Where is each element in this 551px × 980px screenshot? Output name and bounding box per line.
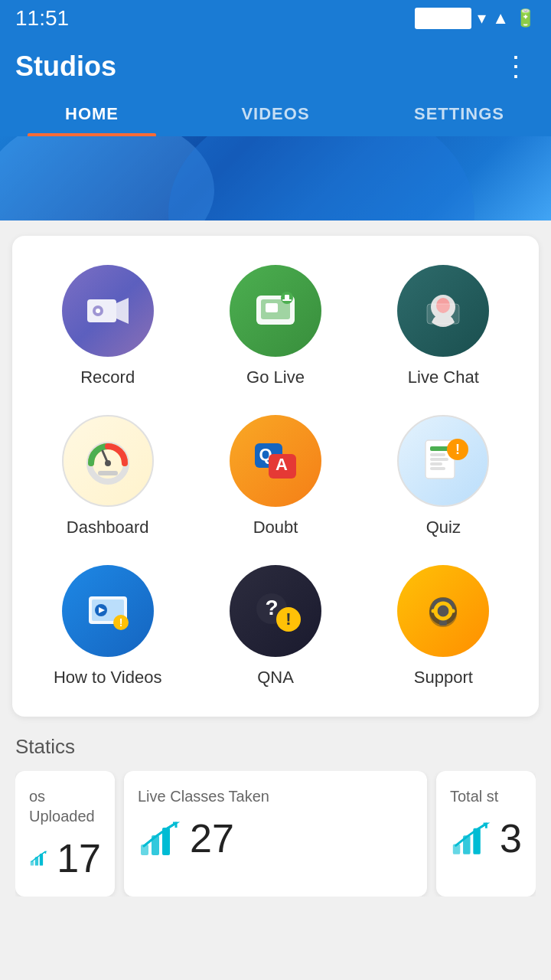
quiz-icon-circle: ! [397,415,489,507]
svg-rect-24 [430,458,448,461]
features-grid: Record Go Live [28,259,523,694]
support-icon [416,584,470,638]
doubt-icon-circle: Q A [230,415,321,507]
livechat-icon [416,284,470,338]
grid-item-support[interactable]: Support [364,559,523,694]
volte-icon: VoLTE [415,8,471,29]
doubt-label: Doubt [253,518,298,537]
quiz-icon: ! [416,434,470,488]
grid-item-dashboard[interactable]: Dashboard [28,409,187,544]
svg-text:?: ? [265,596,278,619]
grid-item-livechat[interactable]: Live Chat [364,259,523,394]
howto-icon-circle: ! [62,565,154,657]
howto-icon: ! [81,584,135,638]
golive-label: Go Live [246,368,305,387]
banner [0,136,551,220]
battery-icon: 🔋 [515,8,536,28]
svg-rect-23 [430,453,445,456]
svg-text:!: ! [455,442,460,457]
dashboard-icon [81,434,135,488]
record-label: Record [80,368,135,387]
tab-settings[interactable]: SETTINGS [367,92,551,136]
svg-text:A: A [276,455,288,474]
grid-item-quiz[interactable]: ! Quiz [364,409,523,544]
quiz-label: Quiz [426,518,461,537]
qna-label: QNA [257,668,294,688]
svg-rect-26 [430,467,445,470]
support-label: Support [414,668,473,688]
signal-icon: ▲ [492,8,509,28]
svg-rect-9 [282,299,292,301]
stat-uploaded-chart [29,837,47,880]
svg-point-3 [96,309,100,313]
golive-icon-circle [230,265,321,357]
statics-title: Statics [15,735,536,759]
dashboard-icon-circle [62,415,154,507]
header: Studios ⋮ [0,37,551,86]
svg-rect-25 [430,462,442,466]
svg-rect-16 [98,471,118,475]
main-content: Record Go Live [0,220,551,912]
record-icon [81,284,135,338]
svg-marker-1 [116,298,129,324]
stat-uploaded-content: 17 [29,835,101,881]
svg-rect-6 [266,303,278,312]
stat-liveclasses-content: 27 [138,815,413,861]
wifi-icon: ▾ [478,8,486,28]
stat-totalst-title: Total st [450,786,522,806]
status-icons: VoLTE ▾ ▲ 🔋 [415,8,536,29]
stat-card-uploaded: os Uploaded 17 [15,771,115,897]
grid-item-record[interactable]: Record [28,259,187,394]
qna-icon-circle: ? ! [230,565,321,657]
features-grid-card: Record Go Live [12,236,539,717]
qna-icon: ? ! [249,584,302,638]
grid-item-golive[interactable]: Go Live [195,259,355,394]
stat-totalst-value: 3 [500,815,522,861]
stat-liveclasses-title: Live Classes Taken [138,786,413,806]
dashboard-label: Dashboard [67,518,149,537]
svg-point-15 [105,460,111,466]
tab-bar: HOME VIDEOS SETTINGS [0,86,551,136]
stat-totalst-chart [450,817,491,860]
golive-icon [249,284,302,338]
doubt-icon: Q A [249,434,302,488]
svg-rect-12 [427,304,459,324]
support-icon-circle [397,565,489,657]
howto-label: How to Videos [54,668,161,688]
livechat-icon-circle [397,265,489,357]
more-menu-button[interactable]: ⋮ [496,47,536,86]
record-icon-circle [62,265,154,357]
svg-rect-41 [439,621,447,626]
stat-liveclasses-value: 27 [190,815,234,861]
svg-text:!: ! [119,616,122,629]
stat-card-totalst: Total st 3 [436,771,536,897]
stat-uploaded-title: os Uploaded [29,786,101,826]
stat-uploaded-value: 17 [57,835,101,881]
svg-text:!: ! [285,609,291,629]
status-bar: 11:51 VoLTE ▾ ▲ 🔋 [0,0,551,37]
stat-totalst-content: 3 [450,815,522,861]
stat-liveclasses-chart [138,817,181,860]
stat-card-liveclasses: Live Classes Taken 27 [124,771,427,897]
grid-item-qna[interactable]: ? ! QNA [195,559,355,694]
statics-cards: os Uploaded 17 Live Classes Taken [15,771,536,897]
livechat-label: Live Chat [408,368,479,387]
grid-item-doubt[interactable]: Q A Doubt [195,409,355,544]
statics-section: Statics os Uploaded 17 [12,735,539,897]
tab-videos[interactable]: VIDEOS [184,92,367,136]
tab-home[interactable]: HOME [0,92,184,136]
app-title: Studios [15,51,116,83]
grid-item-howto[interactable]: ! How to Videos [28,559,187,694]
status-time: 11:51 [15,6,69,31]
